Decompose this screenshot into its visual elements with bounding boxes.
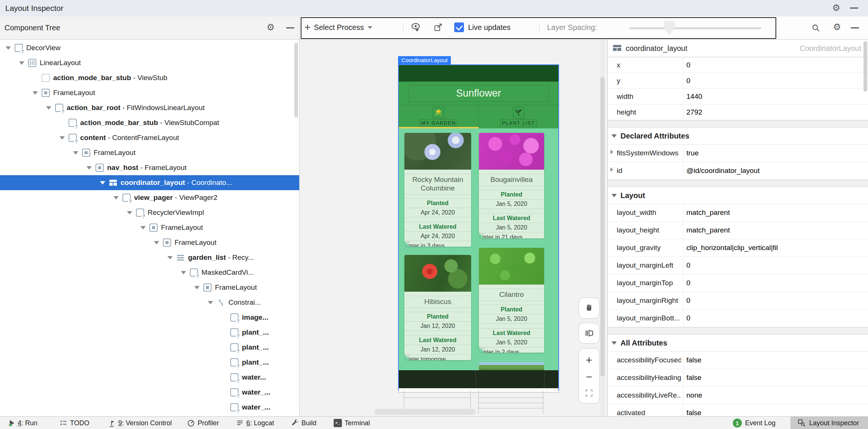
vertical-scrollbar[interactable]: [600, 40, 605, 416]
tree-node[interactable]: LinearLayout: [0, 55, 299, 70]
attribute-value[interactable]: 0: [686, 292, 867, 309]
attributes-scrollbar-thumb[interactable]: [864, 41, 867, 92]
statusbar-item-run[interactable]: 4: Run: [9, 419, 37, 427]
section-header-layout[interactable]: Layout: [608, 187, 868, 204]
attribute-value[interactable]: 1440: [686, 89, 867, 104]
tab-my-garden[interactable]: MY GARDEN: [399, 105, 479, 128]
vertical-scrollbar-thumb[interactable]: [600, 77, 605, 377]
attribute-value[interactable]: 2792: [686, 104, 867, 120]
pan-button[interactable]: [579, 298, 600, 319]
select-process-button[interactable]: + Select Process: [304, 18, 372, 37]
attribute-value[interactable]: 0: [686, 274, 867, 292]
tab-plant-list[interactable]: PLANT LIST: [479, 105, 558, 128]
statusbar-item-todo[interactable]: TODO: [59, 419, 89, 427]
tree-node[interactable]: ?MaskedCardVi...: [0, 265, 299, 280]
attribute-value[interactable]: 0: [686, 257, 867, 274]
checkbox-checked-icon[interactable]: [454, 22, 464, 32]
minimize-icon[interactable]: [850, 7, 858, 9]
zoom-fit-button[interactable]: [585, 389, 594, 398]
layout-inspector-tab[interactable]: Layout Inspector: [790, 417, 868, 429]
tree-node-selected[interactable]: coordinator_layout - Coordinato...: [0, 175, 299, 190]
statusbar-item-versioncontrol[interactable]: 9: Version Control: [107, 419, 172, 427]
expand-arrow-icon[interactable]: [181, 271, 190, 274]
tree-node[interactable]: ?RecyclerViewImpl: [0, 205, 299, 220]
tree-node[interactable]: ?water...: [0, 370, 299, 385]
attribute-value[interactable]: 0: [686, 57, 867, 73]
attribute-value[interactable]: @id/coordinator_layout: [686, 162, 867, 179]
tree-node[interactable]: ?action_mode_bar_stub - ViewStubCompat: [0, 115, 299, 130]
statusbar-item-terminal[interactable]: >_Terminal: [334, 419, 370, 427]
tree-node[interactable]: action_mode_bar_stub - ViewStub: [0, 70, 299, 85]
expand-arrow-icon[interactable]: [60, 136, 69, 140]
tree-node[interactable]: FrameLayout: [0, 235, 299, 250]
attribute-value[interactable]: none: [686, 387, 867, 404]
tree-node[interactable]: FrameLayout: [0, 280, 299, 295]
expand-down-icon[interactable]: [611, 134, 617, 138]
search-icon[interactable]: [811, 24, 820, 32]
tree-node[interactable]: FrameLayout: [0, 145, 299, 160]
expand-arrow-icon[interactable]: [140, 226, 149, 229]
attribute-value[interactable]: false: [686, 369, 867, 386]
expand-arrow-icon[interactable]: [167, 256, 176, 259]
expand-arrow-icon[interactable]: [87, 166, 95, 170]
expand-arrow-icon[interactable]: [6, 46, 15, 50]
expand-right-icon[interactable]: [610, 167, 613, 172]
plant-card[interactable]: Rocky Mountain ColumbinePlantedApr 24, 2…: [404, 133, 471, 247]
horizontal-scrollbar-thumb[interactable]: [374, 409, 476, 415]
tree-node[interactable]: ?water_...: [0, 400, 299, 415]
minimize-icon[interactable]: [286, 27, 294, 28]
gear-icon[interactable]: ⚙: [833, 22, 841, 31]
tree-node[interactable]: ?plant_...: [0, 340, 299, 355]
tree-node[interactable]: ?image...: [0, 310, 299, 325]
device-screenshot[interactable]: Sunflower MY GARDENPLANT LIST Rocky Moun…: [398, 64, 559, 391]
expand-arrow-icon[interactable]: [154, 241, 163, 244]
attribute-value[interactable]: match_parent: [686, 204, 867, 221]
attribute-value[interactable]: 0: [686, 73, 867, 88]
tree-scrollbar-thumb[interactable]: [294, 43, 298, 118]
attribute-value[interactable]: false: [686, 352, 867, 369]
attribute-value[interactable]: 0: [686, 310, 867, 327]
gear-icon[interactable]: ⚙: [832, 3, 840, 12]
expand-arrow-icon[interactable]: [100, 181, 109, 185]
tree-node[interactable]: ?view_pager - ViewPager2: [0, 190, 299, 205]
expand-arrow-icon[interactable]: [46, 106, 55, 110]
tree-node[interactable]: ?action_bar_root - FitWindowsLinearLayou…: [0, 100, 299, 115]
attribute-value[interactable]: clip_horizontal|clip_vertical|fil: [686, 239, 867, 256]
layer-spacing-slider-thumb[interactable]: [664, 21, 675, 35]
expand-arrow-icon[interactable]: [73, 151, 82, 155]
tree-node[interactable]: ?plant_...: [0, 355, 299, 370]
view-options-button[interactable]: [411, 18, 424, 37]
tree-node[interactable]: ?plant_...: [0, 325, 299, 340]
statusbar-item-logcat[interactable]: 6: Logcat: [236, 419, 274, 427]
rotate-3d-button[interactable]: [579, 323, 600, 344]
attribute-value[interactable]: true: [686, 144, 867, 162]
expand-down-icon[interactable]: [611, 194, 617, 197]
tree-node[interactable]: Constrai...: [0, 295, 299, 310]
attribute-value[interactable]: match_parent: [686, 222, 867, 239]
gear-icon[interactable]: ⚙: [267, 23, 275, 32]
statusbar-item-build[interactable]: Build: [291, 419, 316, 427]
expand-right-icon[interactable]: [610, 150, 613, 154]
expand-arrow-icon[interactable]: [208, 301, 217, 304]
expand-arrow-icon[interactable]: [19, 61, 28, 65]
tree-node[interactable]: nav_host - FrameLayout: [0, 160, 299, 175]
section-header-all-attributes[interactable]: All Attributes: [608, 335, 868, 352]
plant-card[interactable]: BougainvilleaPlantedJan 5, 2020Last Wate…: [479, 133, 544, 238]
expand-arrow-icon[interactable]: [194, 286, 203, 289]
tree-node[interactable]: ?content - ContentFrameLayout: [0, 130, 299, 145]
layer-spacing-slider-track[interactable]: [629, 27, 761, 29]
event-log-button[interactable]: 1 Event Log: [733, 419, 776, 428]
minimize-icon[interactable]: [851, 27, 859, 28]
attribute-value[interactable]: false: [686, 404, 867, 416]
live-updates-toggle[interactable]: Live updates: [454, 18, 510, 37]
plant-card[interactable]: CilantroPlantedJan 5, 2020Last WateredJa…: [479, 248, 544, 353]
zoom-out-button[interactable]: −: [586, 371, 592, 383]
tree-node[interactable]: FrameLayout: [0, 220, 299, 235]
expand-down-icon[interactable]: [611, 341, 617, 345]
expand-arrow-icon[interactable]: [33, 91, 42, 95]
tree-node[interactable]: ?water_...: [0, 385, 299, 400]
zoom-in-button[interactable]: +: [586, 355, 592, 366]
expand-arrow-icon[interactable]: [127, 211, 136, 214]
statusbar-item-profiler[interactable]: Profiler: [187, 419, 219, 427]
plant-card[interactable]: HibiscusPlantedJan 12, 2020Last WateredJ…: [404, 255, 471, 360]
